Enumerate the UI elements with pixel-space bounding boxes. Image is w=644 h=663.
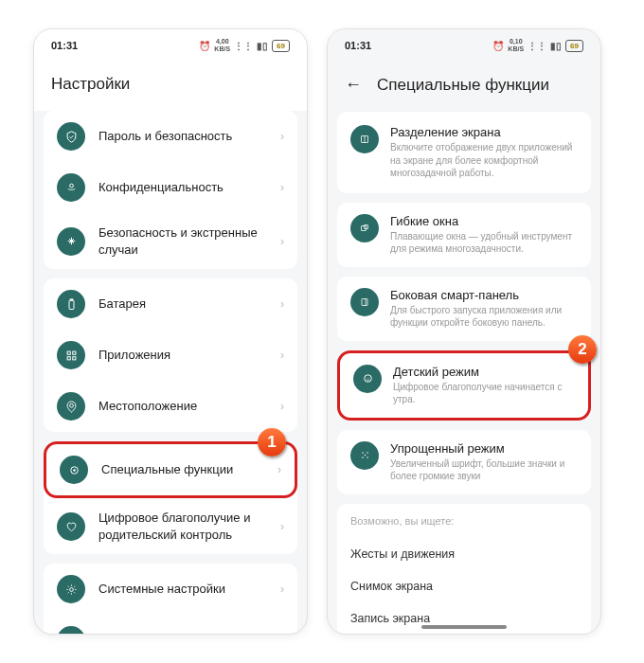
row-label: Приложения (98, 347, 267, 364)
wellbeing-icon (57, 512, 85, 541)
svg-rect-6 (72, 356, 75, 359)
row-emergency[interactable]: Безопасность и экстренные случаи › (44, 213, 297, 269)
battery-indicator: 69 (565, 40, 583, 52)
chevron-right-icon: › (280, 582, 284, 596)
row-about-device[interactable]: Об устройстве › (44, 615, 297, 635)
svg-rect-2 (70, 298, 73, 299)
svg-point-24 (367, 452, 368, 454)
svg-point-7 (69, 403, 73, 407)
suggestion-screenshot[interactable]: Снимок экрана (350, 570, 578, 602)
step-badge-1: 1 (258, 428, 286, 457)
svg-point-23 (362, 452, 364, 454)
card-simple-mode[interactable]: Упрощенный режим Увеличенный шрифт, боль… (337, 430, 591, 494)
simple-mode-icon (350, 441, 379, 470)
card-desc: Цифровое благополучие начинается с утра. (393, 381, 575, 406)
home-indicator[interactable] (421, 625, 507, 629)
alarm-icon: ⏰ (492, 41, 504, 51)
status-bar: 01:31 ⏰ 0,10KB/S ⋮⋮ ▮▯ 69 (328, 29, 600, 62)
card-desc: Плавающие окна — удобный инструмент для … (390, 230, 578, 256)
row-label: Безопасность и экстренные случаи (98, 224, 267, 258)
apps-icon (57, 341, 85, 369)
settings-group-2: Батарея › Приложения › Местоположение › (44, 278, 297, 432)
card-title: Разделение экрана (390, 125, 578, 139)
chevron-right-icon: › (280, 130, 284, 143)
alarm-icon: ⏰ (199, 41, 210, 51)
status-right: ⏰ 4,00KB/S ⋮⋮ ▮▯ 69 (199, 38, 290, 53)
status-right: ⏰ 0,10KB/S ⋮⋮ ▮▯ 69 (492, 38, 583, 53)
chevron-right-icon: › (280, 634, 284, 635)
kids-mode-icon (353, 365, 382, 393)
row-label: Системные настройки (98, 581, 267, 598)
row-label: Батарея (98, 296, 267, 313)
svg-point-0 (69, 184, 73, 188)
row-digital-wellbeing[interactable]: Цифровое благополучие и родительский кон… (44, 498, 297, 554)
status-bar: 01:31 ⏰ 4,00KB/S ⋮⋮ ▮▯ 69 (34, 29, 307, 62)
settings-screen: 01:31 ⏰ 4,00KB/S ⋮⋮ ▮▯ 69 Настройки Паро… (33, 28, 308, 635)
back-button[interactable]: ← (345, 75, 362, 95)
flex-windows-icon (350, 214, 379, 242)
svg-point-20 (364, 375, 371, 383)
row-label: Местоположение (98, 398, 267, 415)
svg-rect-5 (67, 356, 70, 359)
card-flex-windows[interactable]: Гибкие окна Плавающие окна — удобный инс… (337, 203, 591, 267)
chevron-right-icon: › (280, 520, 284, 533)
card-title: Боковая смарт-панель (390, 288, 578, 302)
card-desc: Для быстрого запуска приложения или функ… (390, 304, 578, 330)
location-icon (57, 392, 85, 421)
row-password-security[interactable]: Пароль и безопасность › (44, 111, 297, 162)
card-title: Упрощенный режим (390, 441, 578, 456)
settings-group-4: Системные настройки › Об устройстве › По… (44, 564, 297, 635)
chevron-right-icon: › (280, 400, 284, 413)
chevron-right-icon: › (280, 297, 284, 311)
svg-rect-1 (69, 300, 74, 309)
row-location[interactable]: Местоположение › (44, 381, 297, 432)
chevron-right-icon: › (280, 235, 284, 248)
wifi-icon: ⋮⋮ (528, 41, 546, 51)
row-battery[interactable]: Батарея › (44, 278, 297, 330)
split-screen-icon (350, 125, 379, 153)
card-smart-sidebar[interactable]: Боковая смарт-панель Для быстрого запуск… (337, 277, 591, 341)
step-badge-2: 2 (568, 335, 597, 364)
row-apps[interactable]: Приложения › (44, 330, 297, 381)
battery-indicator: 69 (272, 40, 290, 52)
row-label: Конфиденциальность (98, 179, 267, 196)
data-speed: 4,00KB/S (214, 38, 230, 53)
data-speed: 0,10KB/S (508, 38, 524, 53)
card-kids-mode[interactable]: Детский режим Цифровое благополучие начи… (337, 350, 591, 421)
special-icon (60, 456, 88, 484)
page-title: Специальные функции (377, 76, 549, 95)
settings-group-1: Пароль и безопасность › Конфиденциальнос… (44, 111, 297, 269)
svg-point-22 (368, 378, 369, 379)
sidebar-icon (350, 288, 379, 316)
svg-point-9 (73, 469, 76, 472)
svg-point-26 (367, 457, 368, 458)
svg-point-27 (364, 455, 366, 457)
suggestion-screenrecord[interactable]: Запись экрана (350, 602, 578, 635)
status-time: 01:31 (51, 40, 78, 51)
card-desc: Увеличенный шрифт, большие значки и боле… (390, 457, 578, 483)
special-functions-screen: 01:31 ⏰ 0,10KB/S ⋮⋮ ▮▯ 69 ← Специальные … (327, 28, 601, 635)
row-label: Специальные функции (101, 461, 264, 478)
row-label: Цифровое благополучие и родительский кон… (98, 510, 267, 543)
signal-icon: ▮▯ (257, 41, 268, 51)
card-title: Гибкие окна (390, 214, 578, 228)
row-label: Пароль и безопасность (98, 128, 267, 145)
chevron-right-icon: › (277, 463, 281, 476)
card-desc: Включите отображение двух приложений на … (390, 141, 578, 180)
search-hint: Возможно, вы ищете: (350, 515, 578, 527)
svg-point-10 (69, 587, 73, 591)
battery-icon (57, 290, 85, 318)
svg-rect-16 (362, 225, 367, 230)
system-icon (57, 575, 85, 603)
wifi-icon: ⋮⋮ (234, 41, 253, 51)
card-split-screen[interactable]: Разделение экрана Включите отображение д… (337, 112, 591, 193)
svg-rect-4 (72, 351, 75, 354)
row-privacy[interactable]: Конфиденциальность › (44, 162, 297, 213)
chevron-right-icon: › (280, 349, 284, 362)
suggestion-gestures[interactable]: Жесты и движения (350, 538, 578, 570)
emergency-icon (57, 227, 85, 256)
signal-icon: ▮▯ (550, 41, 562, 51)
page-title: Настройки (34, 62, 307, 111)
svg-rect-18 (362, 298, 367, 305)
row-system-settings[interactable]: Системные настройки › (44, 564, 297, 615)
